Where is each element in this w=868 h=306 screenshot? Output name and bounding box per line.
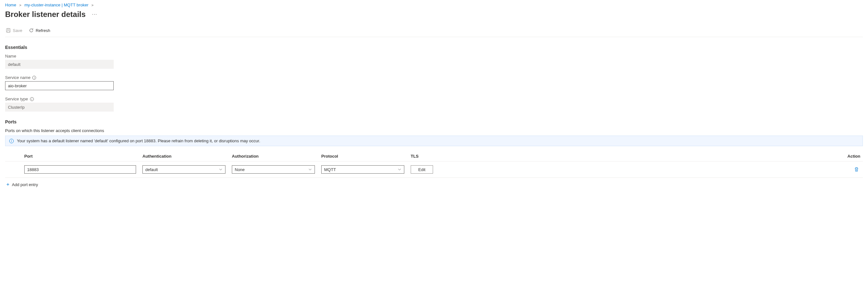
toolbar: Save Refresh (5, 24, 863, 37)
table-row: default None MQTT Edit (5, 162, 863, 178)
protocol-select[interactable]: MQTT (321, 165, 404, 174)
ports-heading: Ports (5, 119, 863, 124)
save-label: Save (13, 28, 22, 33)
col-action: Action (847, 154, 863, 159)
info-icon[interactable]: i (32, 76, 36, 80)
service-type-input (5, 103, 114, 112)
trash-icon (854, 167, 859, 172)
info-icon: i (9, 139, 14, 143)
col-authorization: Authorization (232, 154, 321, 159)
chevron-right-icon: > (19, 3, 21, 7)
chevron-right-icon: > (91, 3, 93, 7)
ports-description: Ports on which this listener accepts cli… (5, 128, 863, 133)
breadcrumb-cluster[interactable]: my-cluster-instance | MQTT broker (24, 3, 88, 7)
service-name-input[interactable] (5, 81, 114, 90)
ports-section: Ports Ports on which this listener accep… (5, 119, 863, 191)
info-icon[interactable]: i (30, 97, 34, 101)
add-port-entry-button[interactable]: + Add port entry (5, 178, 39, 191)
info-banner-text: Your system has a default listener named… (17, 138, 260, 143)
name-label: Name (5, 54, 863, 58)
ports-table-header: Port Authentication Authorization Protoc… (5, 151, 863, 162)
breadcrumb-home[interactable]: Home (5, 3, 16, 7)
col-tls: TLS (411, 154, 449, 159)
save-icon (6, 28, 11, 33)
refresh-label: Refresh (36, 28, 51, 33)
breadcrumb: Home > my-cluster-instance | MQTT broker… (5, 0, 863, 9)
delete-row-button[interactable] (853, 166, 860, 173)
plus-icon: + (6, 182, 9, 187)
page-header: Broker listener details ··· (5, 9, 863, 24)
authentication-select[interactable]: default (143, 165, 225, 174)
tls-edit-button[interactable]: Edit (411, 165, 433, 174)
service-name-label: Service name i (5, 75, 863, 80)
service-name-field: Service name i (5, 75, 863, 90)
col-authentication: Authentication (143, 154, 232, 159)
col-protocol: Protocol (321, 154, 411, 159)
essentials-section: Essentials Name Service name i Service t… (5, 45, 863, 112)
essentials-heading: Essentials (5, 45, 863, 50)
svg-rect-2 (7, 31, 9, 32)
name-input (5, 60, 114, 69)
refresh-icon (29, 28, 34, 33)
page-title: Broker listener details (5, 10, 86, 19)
authorization-select[interactable]: None (232, 165, 315, 174)
more-actions-button[interactable]: ··· (92, 11, 97, 17)
add-port-entry-label: Add port entry (12, 182, 38, 187)
info-banner: i Your system has a default listener nam… (5, 136, 863, 146)
save-button[interactable]: Save (5, 27, 23, 34)
ports-table: Port Authentication Authorization Protoc… (5, 151, 863, 178)
service-type-label: Service type i (5, 96, 863, 101)
name-field: Name (5, 54, 863, 69)
refresh-button[interactable]: Refresh (28, 27, 51, 34)
col-port: Port (24, 154, 143, 159)
port-input[interactable] (24, 165, 136, 174)
service-type-field: Service type i (5, 96, 863, 112)
svg-rect-1 (7, 28, 9, 30)
